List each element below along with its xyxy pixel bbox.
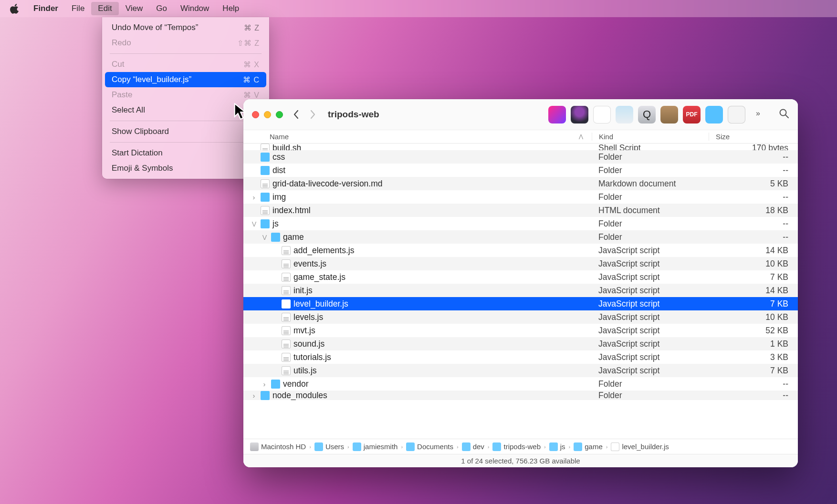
file-row[interactable]: events.jsJavaScript script10 KB — [243, 257, 798, 270]
file-name: levels.js — [293, 312, 323, 322]
document-icon — [282, 339, 291, 349]
file-row[interactable]: distFolder-- — [243, 164, 798, 177]
svg-text:»: » — [756, 110, 760, 117]
folder-icon — [492, 442, 501, 451]
file-row[interactable]: game_state.jsJavaScript script7 KB — [243, 270, 798, 284]
path-crumb[interactable]: Users — [314, 442, 344, 451]
document-icon — [282, 326, 291, 335]
file-name: game_state.js — [293, 272, 345, 282]
menu-show-clipboard[interactable]: Show Clipboard — [105, 124, 266, 139]
finder-toolbar: tripods-web Q PDF » — [243, 99, 798, 130]
file-size: 18 KB — [709, 206, 798, 216]
menu-select-all[interactable]: Select All⌘ A — [105, 103, 266, 118]
document-icon — [261, 206, 270, 215]
path-crumb[interactable]: Macintosh HD — [250, 442, 306, 451]
disclosure-triangle-icon[interactable]: ⋁ — [261, 234, 268, 240]
folder-icon — [261, 193, 270, 202]
window-title: tripods-web — [328, 109, 379, 120]
file-kind: Folder — [592, 152, 709, 162]
menu-start-dictation[interactable]: Start Dictation🎙 — [105, 145, 266, 161]
folder-icon[interactable] — [705, 106, 723, 123]
path-crumb[interactable]: dev — [462, 442, 484, 451]
file-row[interactable]: level_builder.jsJavaScript script7 KB — [243, 297, 798, 310]
app-icon[interactable] — [548, 106, 566, 123]
file-list[interactable]: build.shShell Script170 bytescssFolder--… — [243, 144, 798, 439]
file-kind: JavaScript script — [592, 339, 709, 349]
document-icon — [282, 286, 291, 295]
column-header-name[interactable]: Name⋀ — [243, 133, 592, 141]
file-row[interactable]: add_elements.jsJavaScript script14 KB — [243, 244, 798, 257]
file-row[interactable]: utils.jsJavaScript script7 KB — [243, 364, 798, 377]
file-row[interactable]: cssFolder-- — [243, 150, 798, 164]
menu-separator — [110, 121, 262, 121]
file-name: tutorials.js — [293, 352, 331, 362]
crumb-label: game — [585, 442, 603, 451]
file-row[interactable]: ⋁gameFolder-- — [243, 230, 798, 244]
file-row[interactable]: sound.jsJavaScript script1 KB — [243, 337, 798, 350]
file-kind: Folder — [592, 391, 709, 400]
menu-view[interactable]: View — [119, 2, 150, 15]
file-row[interactable]: tutorials.jsJavaScript script3 KB — [243, 350, 798, 364]
menu-help[interactable]: Help — [216, 2, 246, 15]
app-icon[interactable] — [728, 106, 745, 123]
file-name: add_elements.js — [293, 246, 354, 256]
disclosure-triangle-icon[interactable]: › — [261, 380, 268, 388]
menu-copy[interactable]: Copy “level_builder.js”⌘ C — [105, 72, 266, 87]
file-row[interactable]: mvt.jsJavaScript script52 KB — [243, 324, 798, 337]
file-kind: Markdown document — [592, 179, 709, 189]
path-crumb[interactable]: tripods-web — [492, 442, 541, 451]
menu-go[interactable]: Go — [149, 2, 174, 15]
minimize-window-button[interactable] — [264, 111, 271, 118]
file-row[interactable]: grid-data-livecode-version.mdMarkdown do… — [243, 177, 798, 190]
disclosure-triangle-icon[interactable]: ⋁ — [250, 221, 258, 227]
file-row[interactable]: ⋁jsFolder-- — [243, 217, 798, 230]
back-button[interactable] — [291, 109, 302, 120]
app-icon[interactable] — [593, 106, 611, 123]
column-header-kind[interactable]: Kind — [592, 133, 709, 141]
folder-icon — [406, 442, 415, 451]
menu-emoji-symbols[interactable]: Emoji & Symbols🌐 — [105, 161, 266, 176]
app-icon[interactable] — [571, 106, 588, 123]
file-row[interactable]: build.shShell Script170 bytes — [243, 144, 798, 150]
menubar-app-name[interactable]: Finder — [27, 2, 65, 15]
file-row[interactable]: index.htmlHTML document18 KB — [243, 204, 798, 217]
path-crumb[interactable]: game — [574, 442, 603, 451]
file-kind: Shell Script — [592, 144, 709, 150]
file-size: 10 KB — [709, 259, 798, 269]
crumb-label: tripods-web — [503, 442, 541, 451]
chevron-right-icon: › — [309, 444, 311, 450]
file-row[interactable]: ›vendorFolder-- — [243, 377, 798, 391]
menu-edit[interactable]: Edit — [91, 2, 118, 15]
forward-button[interactable] — [307, 109, 318, 120]
app-icon[interactable] — [660, 106, 678, 123]
disclosure-triangle-icon[interactable]: › — [250, 193, 258, 201]
file-row[interactable]: ›imgFolder-- — [243, 190, 798, 204]
menu-undo[interactable]: Undo Move of “Tempos”⌘ Z — [105, 20, 266, 35]
file-size: 7 KB — [709, 366, 798, 376]
path-crumb[interactable]: Documents — [406, 442, 453, 451]
file-row[interactable]: init.jsJavaScript script14 KB — [243, 284, 798, 297]
path-crumb[interactable]: jamiesmith — [353, 442, 398, 451]
file-row[interactable]: levels.jsJavaScript script10 KB — [243, 310, 798, 324]
quicktime-icon[interactable]: Q — [638, 106, 656, 123]
finder-window: tripods-web Q PDF » Name⋀ Kind Size buil… — [243, 99, 798, 467]
close-window-button[interactable] — [252, 111, 259, 118]
file-row[interactable]: ›node_modulesFolder-- — [243, 391, 798, 400]
search-icon[interactable] — [779, 108, 789, 121]
document-icon — [261, 179, 270, 188]
zoom-window-button[interactable] — [276, 111, 283, 118]
menu-window[interactable]: Window — [174, 2, 216, 15]
app-icon[interactable] — [616, 106, 633, 123]
pdf-icon[interactable]: PDF — [683, 106, 701, 123]
column-header-size[interactable]: Size — [709, 133, 798, 141]
crumb-label: Users — [325, 442, 344, 451]
path-crumb[interactable]: level_builder.js — [611, 442, 669, 451]
apple-logo-icon[interactable] — [10, 3, 20, 14]
disclosure-triangle-icon[interactable]: › — [250, 391, 258, 400]
more-toolbar-button[interactable]: » — [756, 110, 767, 119]
document-icon — [282, 259, 291, 268]
menu-file[interactable]: File — [65, 2, 91, 15]
file-kind: JavaScript script — [592, 366, 709, 376]
path-crumb[interactable]: js — [549, 442, 565, 451]
crumb-label: jamiesmith — [364, 442, 398, 451]
